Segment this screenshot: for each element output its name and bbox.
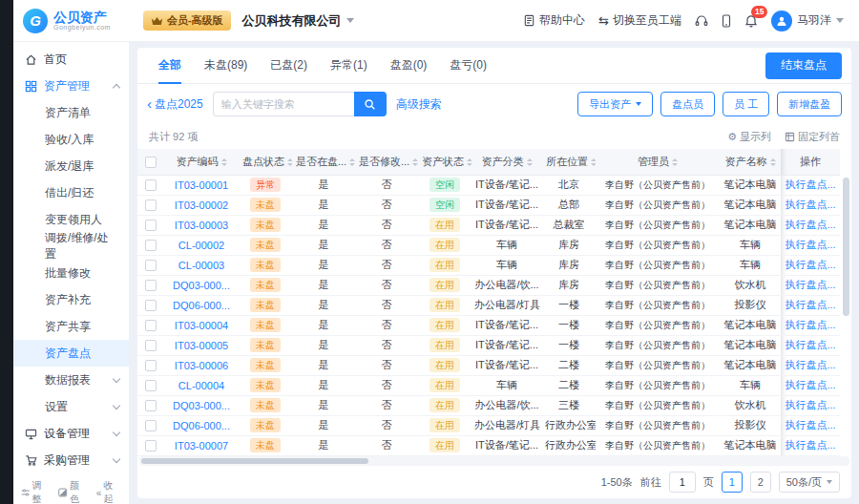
row-checkbox[interactable] xyxy=(145,340,157,351)
execute-inventory-link[interactable]: 执行盘点... xyxy=(785,199,835,210)
page-1-button[interactable]: 1 xyxy=(722,472,743,493)
table-row[interactable]: IT03-00007 未盘 是 否 在用 IT设备/笔记... 行政办公室 李自… xyxy=(137,435,840,455)
execute-inventory-link[interactable]: 执行盘点... xyxy=(785,239,835,250)
execute-inventory-link[interactable]: 执行盘点... xyxy=(785,279,835,290)
table-row[interactable]: CL-00004 未盘 是 否 在用 车辆 二楼 李自野（公贝资产售前） 车辆 xyxy=(137,375,840,395)
asset-code-link[interactable]: DQ03-000... xyxy=(173,400,230,411)
show-columns-button[interactable]: ⚙ 显示列 xyxy=(727,130,771,144)
execute-inventory-link[interactable]: 执行盘点... xyxy=(785,339,835,350)
execute-inventory-link[interactable]: 执行盘点... xyxy=(785,399,835,410)
row-checkbox[interactable] xyxy=(145,220,157,231)
sidebar-subitem[interactable]: 变更领用人 xyxy=(13,206,129,233)
switch-employee-link[interactable]: ⇆ 切换至员工端 xyxy=(598,12,681,29)
asset-code-link[interactable]: DQ03-000... xyxy=(173,280,230,291)
execute-inventory-link[interactable]: 执行盘点... xyxy=(785,259,835,270)
table-row[interactable]: IT03-00004 未盘 是 否 在用 IT设备/笔记... 一楼 李自野（公… xyxy=(137,315,840,335)
page-size-select[interactable]: 50条/页 xyxy=(779,472,840,493)
sidebar-item-home[interactable]: 首页 xyxy=(13,46,129,73)
asset-code-link[interactable]: DQ06-000... xyxy=(173,420,230,431)
column-header-in-scope[interactable]: 是否在盘... xyxy=(292,149,355,175)
mobile-icon[interactable] xyxy=(722,14,731,28)
row-checkbox[interactable] xyxy=(145,280,157,291)
table-row[interactable]: CL-00003 未盘 是 否 在用 车辆 库房 李自野（公贝资产售前） 车辆 xyxy=(137,255,840,275)
company-switcher[interactable]: 公贝科技有限公司 xyxy=(242,12,354,30)
execute-inventory-link[interactable]: 执行盘点... xyxy=(785,379,835,390)
table-row[interactable]: IT03-00003 未盘 是 否 在用 IT设备/笔记... 总裁室 李自野（… xyxy=(137,215,840,235)
table-row[interactable]: IT03-00002 未盘 是 否 空闲 IT设备/笔记... 总部 李自野（公… xyxy=(137,195,840,215)
table-row[interactable]: IT03-00005 未盘 是 否 在用 IT设备/笔记... 一楼 李自野（公… xyxy=(137,335,840,355)
sort-icon[interactable] xyxy=(527,158,533,166)
row-checkbox[interactable] xyxy=(145,300,157,311)
sidebar-subitem[interactable]: 资产补充 xyxy=(13,286,129,313)
asset-code-link[interactable]: CL-00004 xyxy=(178,380,224,391)
help-center-link[interactable]: 帮助中心 xyxy=(523,12,585,29)
sidebar-item-device-management[interactable]: 设备管理 xyxy=(13,420,129,447)
inventory-staff-button[interactable]: 盘点员 xyxy=(660,92,715,116)
table-row[interactable]: IT03-00006 未盘 是 否 在用 IT设备/笔记... 二楼 李自野（公… xyxy=(137,355,840,375)
horizontal-scrollbar-thumb[interactable] xyxy=(141,458,368,464)
row-checkbox[interactable] xyxy=(145,360,157,371)
search-input[interactable] xyxy=(213,92,354,116)
sidebar-subitem[interactable]: 资产盘点 xyxy=(13,340,129,367)
vertical-scrollbar[interactable] xyxy=(843,178,849,452)
execute-inventory-link[interactable]: 执行盘点... xyxy=(785,439,835,451)
export-assets-button[interactable]: 导出资产 xyxy=(577,92,653,116)
column-header-asset-code[interactable]: 资产编码 xyxy=(164,149,239,175)
column-header-manager[interactable]: 管理员 xyxy=(596,149,720,175)
execute-inventory-link[interactable]: 执行盘点... xyxy=(785,219,835,230)
select-all-checkbox[interactable] xyxy=(145,157,157,168)
tab[interactable]: 盘亏(0) xyxy=(438,48,498,83)
sidebar-subitem[interactable]: 资产清单 xyxy=(13,99,129,126)
color-button[interactable]: 颜色 xyxy=(58,479,87,504)
table-row[interactable]: DQ03-000... 未盘 是 否 在用 办公电器/饮... 三楼 李自野（公… xyxy=(137,395,840,415)
execute-inventory-link[interactable]: 执行盘点... xyxy=(785,359,835,370)
asset-code-link[interactable]: IT03-00004 xyxy=(175,320,228,331)
tab[interactable]: 盘盈(0) xyxy=(379,48,439,83)
sidebar-item-purchase-management[interactable]: 采购管理 xyxy=(13,447,129,473)
row-checkbox[interactable] xyxy=(145,179,157,191)
execute-inventory-link[interactable]: 执行盘点... xyxy=(785,299,835,310)
sort-icon[interactable] xyxy=(467,158,471,166)
headset-icon[interactable] xyxy=(695,14,708,27)
table-row[interactable]: IT03-00001 异常 是 否 空闲 IT设备/笔记... 北京 李自野（公… xyxy=(137,175,840,195)
table-row[interactable]: DQ06-000... 未盘 是 否 在用 办公电器/灯具 一楼 李自野（公贝资… xyxy=(137,295,840,315)
row-checkbox[interactable] xyxy=(145,320,157,331)
column-header-location[interactable]: 所在位置 xyxy=(542,149,596,175)
advanced-search-link[interactable]: 高级搜索 xyxy=(396,96,442,113)
tab[interactable]: 已盘(2) xyxy=(259,48,319,83)
sidebar-subitem[interactable]: 数据报表 xyxy=(13,367,129,393)
sidebar-item-asset-management[interactable]: 资产管理 xyxy=(13,73,129,99)
sort-icon[interactable] xyxy=(591,158,596,166)
row-checkbox[interactable] xyxy=(145,440,157,452)
sidebar-subitem[interactable]: 验收/入库 xyxy=(13,126,129,153)
tab[interactable]: 异常(1) xyxy=(319,48,379,83)
sidebar-subitem[interactable]: 派发/退库 xyxy=(13,153,129,179)
asset-code-link[interactable]: IT03-00007 xyxy=(175,440,228,452)
user-menu[interactable]: 马羽洋 xyxy=(771,10,844,32)
add-surplus-button[interactable]: 新增盘盈 xyxy=(777,92,842,116)
fix-columns-button[interactable]: 固定列首 xyxy=(785,130,840,144)
goto-page-input[interactable] xyxy=(669,472,696,493)
column-header-asset-status[interactable]: 资产状态 xyxy=(418,149,471,175)
search-button[interactable] xyxy=(354,92,387,116)
column-header-inventory-status[interactable]: 盘点状态 xyxy=(239,149,292,175)
table-row[interactable]: DQ03-000... 未盘 是 否 在用 办公电器/饮... 库房 李自野（公… xyxy=(137,275,840,295)
membership-badge[interactable]: 会员-高级版 xyxy=(143,10,231,31)
vertical-scrollbar-thumb[interactable] xyxy=(843,178,849,316)
sidebar-subitem[interactable]: 资产共享 xyxy=(13,313,129,340)
column-header-modified[interactable]: 是否修改... xyxy=(355,149,418,175)
notification-bell-icon[interactable]: 15 xyxy=(744,14,758,28)
asset-code-link[interactable]: IT03-00006 xyxy=(175,360,228,371)
row-checkbox[interactable] xyxy=(145,380,157,391)
brand-logo[interactable]: G 公贝资产 Gongbeiyun.com xyxy=(23,9,111,33)
sidebar-subitem[interactable]: 调拨/维修/处置 xyxy=(13,233,129,260)
back-link[interactable]: ‹ 盘点2025 xyxy=(147,96,203,113)
tab[interactable]: 未盘(89) xyxy=(193,48,259,83)
asset-code-link[interactable]: CL-00003 xyxy=(178,260,224,271)
employee-button[interactable]: 员 工 xyxy=(723,92,769,116)
horizontal-scrollbar[interactable] xyxy=(139,456,849,466)
sidebar-subitem[interactable]: 设置 xyxy=(13,393,129,420)
table-row[interactable]: CL-00002 未盘 是 否 在用 车辆 库房 李自野（公贝资产售前） 车辆 xyxy=(137,235,840,255)
sidebar-subitem[interactable]: 批量修改 xyxy=(13,260,129,286)
column-header-asset-name[interactable]: 资产名称 xyxy=(720,149,781,175)
